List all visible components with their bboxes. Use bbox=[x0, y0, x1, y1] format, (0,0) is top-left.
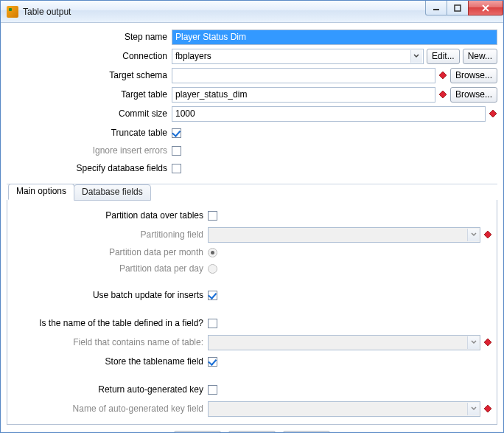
minimize-icon bbox=[433, 4, 440, 12]
partitioning-field-combo bbox=[208, 227, 480, 243]
variable-icon[interactable] bbox=[483, 230, 492, 239]
specify-fields-checkbox[interactable] bbox=[172, 164, 181, 173]
client-area: Step name Connection fbplayers Edit... N… bbox=[1, 23, 503, 432]
chevron-down-icon bbox=[467, 336, 479, 349]
target-table-label: Target table bbox=[7, 89, 172, 100]
row-target-table: Target table Browse... bbox=[7, 86, 497, 103]
row-connection: Connection fbplayers Edit... New... bbox=[7, 48, 497, 64]
edit-connection-button[interactable]: Edit... bbox=[427, 49, 460, 64]
row-name-in-field: Is the name of the table defined in a fi… bbox=[12, 315, 492, 331]
row-step-name: Step name bbox=[7, 29, 497, 45]
variable-icon[interactable] bbox=[483, 404, 492, 413]
ignore-errors-checkbox[interactable] bbox=[172, 146, 181, 156]
svg-rect-2 bbox=[439, 72, 447, 79]
tabstrip: Main options Database fields bbox=[7, 184, 497, 200]
svg-rect-0 bbox=[433, 9, 439, 10]
cancel-button[interactable]: Cancel bbox=[228, 431, 276, 432]
variable-icon[interactable] bbox=[483, 338, 492, 347]
tab-database-fields[interactable]: Database fields bbox=[74, 184, 151, 201]
chevron-down-icon bbox=[410, 50, 422, 63]
commit-size-label: Commit size bbox=[7, 108, 172, 119]
row-field-contains-name: Field that contains name of table: bbox=[12, 334, 492, 350]
row-partition-over: Partition data over tables bbox=[12, 207, 492, 224]
close-icon bbox=[482, 4, 489, 12]
new-connection-button[interactable]: New... bbox=[463, 49, 497, 64]
truncate-label: Truncate table bbox=[7, 128, 172, 138]
titlebar[interactable]: Table output bbox=[1, 1, 503, 23]
svg-rect-6 bbox=[484, 339, 491, 346]
partitioning-field-label: Partitioning field bbox=[12, 229, 208, 240]
row-specify-fields: Specify database fields bbox=[7, 160, 497, 176]
edit-button-label: Edit... bbox=[432, 51, 455, 61]
app-icon bbox=[7, 6, 18, 18]
ok-button[interactable]: OK bbox=[174, 431, 221, 432]
chevron-down-icon bbox=[467, 403, 479, 415]
field-contains-name-combo bbox=[208, 335, 480, 350]
return-autokey-checkbox[interactable] bbox=[208, 385, 217, 395]
minimize-button[interactable] bbox=[425, 1, 447, 15]
step-name-input[interactable] bbox=[172, 30, 497, 45]
commit-size-input[interactable] bbox=[172, 106, 486, 122]
row-target-schema: Target schema Browse... bbox=[7, 67, 497, 83]
target-schema-input[interactable] bbox=[172, 68, 435, 83]
autokey-field-combo bbox=[208, 401, 480, 417]
name-in-field-checkbox[interactable] bbox=[208, 319, 217, 328]
row-ignore-errors: Ignore insert errors bbox=[7, 144, 497, 157]
browse-label: Browse... bbox=[455, 70, 492, 80]
target-schema-label: Target schema bbox=[7, 70, 172, 80]
partition-over-label: Partition data over tables bbox=[12, 210, 208, 221]
specify-fields-label: Specify database fields bbox=[7, 163, 172, 173]
step-name-label: Step name bbox=[7, 32, 172, 42]
window-title: Table output bbox=[23, 7, 71, 17]
sql-button[interactable]: SQL bbox=[283, 431, 330, 432]
field-contains-name-label: Field that contains name of table: bbox=[12, 337, 208, 347]
variable-icon[interactable] bbox=[489, 109, 497, 118]
close-button[interactable] bbox=[468, 1, 503, 15]
browse-table-button[interactable]: Browse... bbox=[450, 87, 497, 103]
row-return-autokey: Return auto-generated key bbox=[12, 381, 492, 398]
return-autokey-label: Return auto-generated key bbox=[12, 384, 208, 395]
row-partition-day: Partition data per day bbox=[12, 262, 492, 275]
row-partition-month: Partition data per month bbox=[12, 246, 492, 259]
chevron-down-icon bbox=[467, 229, 479, 241]
browse-label: Browse... bbox=[455, 89, 492, 100]
partition-month-label: Partition data per month bbox=[12, 247, 208, 257]
partition-over-checkbox[interactable] bbox=[208, 211, 217, 221]
svg-rect-1 bbox=[455, 5, 461, 11]
partition-day-radio bbox=[208, 264, 217, 274]
connection-combo[interactable]: fbplayers bbox=[172, 49, 424, 64]
row-commit-size: Commit size bbox=[7, 105, 497, 122]
dialog-window: Table output Step name Connection bbox=[0, 0, 504, 433]
use-batch-checkbox[interactable] bbox=[208, 291, 217, 300]
connection-label: Connection bbox=[7, 51, 172, 61]
row-store-tablename: Store the tablename field bbox=[12, 353, 492, 370]
store-tablename-label: Store the tablename field bbox=[12, 356, 208, 367]
use-batch-label: Use batch update for inserts bbox=[12, 290, 208, 300]
store-tablename-checkbox[interactable] bbox=[208, 357, 217, 367]
new-button-label: New... bbox=[468, 51, 492, 61]
name-in-field-label: Is the name of the table defined in a fi… bbox=[12, 318, 208, 328]
svg-rect-3 bbox=[439, 91, 447, 98]
truncate-checkbox[interactable] bbox=[172, 128, 181, 138]
ignore-errors-label: Ignore insert errors bbox=[7, 145, 172, 156]
row-autokey-field: Name of auto-generated key field bbox=[12, 401, 492, 417]
autokey-field-label: Name of auto-generated key field bbox=[12, 403, 208, 414]
partition-day-label: Partition data per day bbox=[12, 263, 208, 274]
window-controls bbox=[426, 1, 503, 15]
partition-month-radio bbox=[208, 248, 217, 257]
maximize-button[interactable] bbox=[447, 1, 469, 15]
variable-icon[interactable] bbox=[438, 71, 447, 80]
variable-icon[interactable] bbox=[438, 90, 447, 99]
tabs: Main options Database fields Partition d… bbox=[7, 184, 497, 425]
browse-schema-button[interactable]: Browse... bbox=[450, 68, 497, 83]
row-use-batch: Use batch update for inserts bbox=[12, 287, 492, 303]
target-table-input[interactable] bbox=[172, 87, 435, 103]
svg-rect-5 bbox=[484, 231, 491, 238]
svg-rect-4 bbox=[489, 110, 497, 117]
maximize-icon bbox=[454, 4, 461, 12]
row-partitioning-field: Partitioning field bbox=[12, 226, 492, 243]
tab-main-options[interactable]: Main options bbox=[8, 184, 74, 200]
button-bar: OK Cancel SQL bbox=[7, 425, 497, 432]
svg-rect-7 bbox=[484, 405, 491, 412]
connection-value: fbplayers bbox=[175, 51, 211, 61]
